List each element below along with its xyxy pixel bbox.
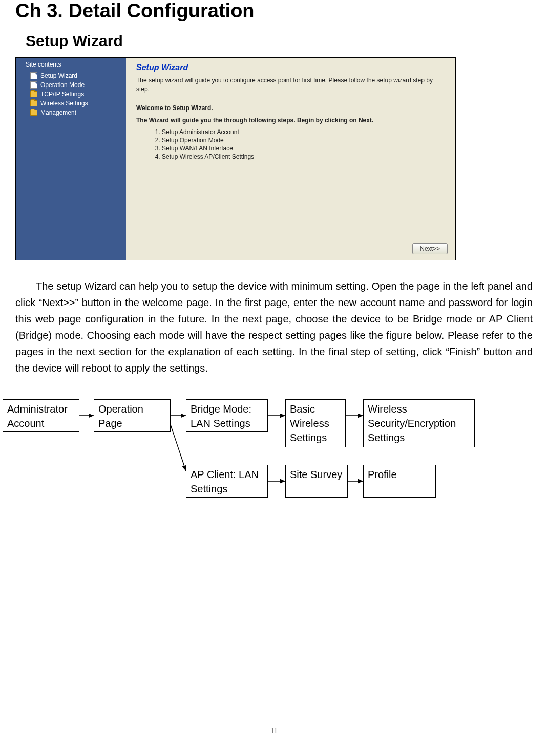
sidebar-item-label: Operation Mode: [40, 81, 85, 89]
panel-description: The setup wizard will guide you to confi…: [136, 76, 445, 94]
screenshot-figure: − Site contents Setup Wizard Operation M…: [15, 57, 456, 260]
body-paragraph: The setup Wizard can help you to setup t…: [15, 278, 533, 376]
panel-title: Setup Wizard: [136, 63, 445, 72]
step-item: Setup Administrator Account: [162, 128, 445, 136]
flow-box-bridge: Bridge Mode: LAN Settings: [186, 399, 268, 432]
flow-box-site-survey: Site Survey: [285, 465, 348, 498]
folder-icon: [30, 100, 37, 106]
flow-box-profile: Profile: [363, 465, 436, 498]
collapse-icon[interactable]: −: [18, 62, 23, 67]
page-number: 11: [270, 727, 277, 736]
next-button[interactable]: Next>>: [412, 243, 448, 254]
sidebar-item-tcpip[interactable]: TCP/IP Settings: [19, 90, 123, 99]
sidebar-item-label: Wireless Settings: [40, 100, 88, 107]
flow-box-admin: Administrator Account: [3, 399, 79, 432]
guide-text: The Wizard will guide you the through fo…: [136, 117, 445, 124]
svg-line-6: [171, 425, 186, 471]
divider: [136, 98, 445, 98]
sidebar-item-label: Management: [40, 109, 76, 116]
sidebar-item-label: Setup Wizard: [40, 72, 77, 79]
flow-box-operation: Operation Page: [94, 399, 171, 432]
steps-list: Setup Administrator Account Setup Operat…: [162, 128, 445, 161]
sidebar-title-label: Site contents: [26, 61, 61, 68]
step-item: Setup Operation Mode: [162, 136, 445, 144]
flow-box-apclient: AP Client: LAN Settings: [186, 465, 268, 498]
step-item: Setup WAN/LAN Interface: [162, 144, 445, 153]
sidebar-item-operation-mode[interactable]: Operation Mode: [19, 80, 123, 90]
flow-box-basic-wireless: Basic Wireless Settings: [285, 399, 346, 447]
page-icon: [30, 72, 37, 79]
page-icon: [30, 81, 37, 89]
flow-diagram: Administrator Account Operation Page Bri…: [3, 399, 474, 517]
folder-icon: [30, 91, 37, 97]
main-panel: Setup Wizard The setup wizard will guide…: [126, 58, 455, 260]
sidebar-item-wireless[interactable]: Wireless Settings: [19, 99, 123, 108]
sidebar-item-label: TCP/IP Settings: [40, 91, 84, 98]
sidebar-item-setup-wizard[interactable]: Setup Wizard: [19, 71, 123, 80]
step-item: Setup Wireless AP/Client Settings: [162, 153, 445, 161]
sidebar-item-management[interactable]: Management: [19, 108, 123, 117]
sidebar-title-row[interactable]: − Site contents: [18, 61, 123, 68]
section-heading: Setup Wizard: [26, 32, 533, 50]
chapter-heading: Ch 3. Detail Configuration: [15, 0, 533, 22]
sidebar: − Site contents Setup Wizard Operation M…: [16, 58, 126, 260]
welcome-text: Welcome to Setup Wizard.: [136, 104, 445, 112]
folder-icon: [30, 110, 37, 116]
flow-box-security: Wireless Security/Encryption Settings: [363, 399, 475, 447]
